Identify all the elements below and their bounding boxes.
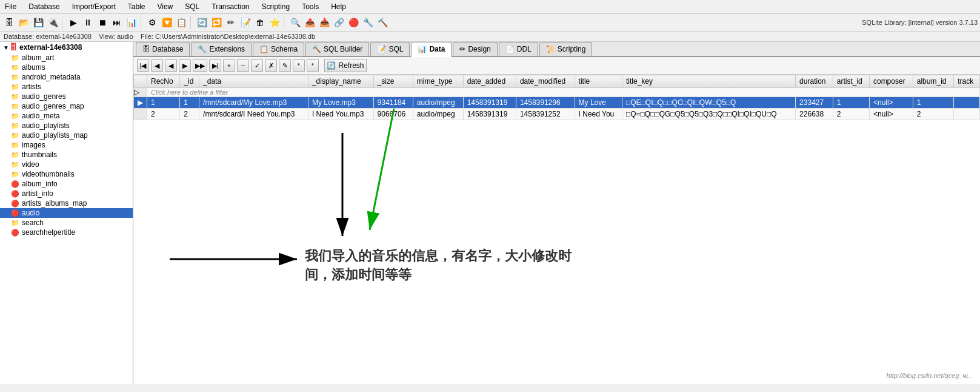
col-header-title_key[interactable]: title_key: [622, 75, 796, 88]
sidebar-item-android_metadata[interactable]: 📁android_metadata: [0, 72, 133, 82]
cell-composer[interactable]: <null>: [869, 109, 913, 120]
toolbar-btn-2[interactable]: 📂: [17, 16, 30, 29]
tab-extensions[interactable]: 🔧 Extensions: [191, 42, 252, 56]
rollback-btn[interactable]: ✗: [265, 59, 277, 72]
toolbar-btn-25[interactable]: 🔨: [376, 16, 389, 29]
del-row-btn[interactable]: −: [237, 59, 249, 72]
cell-artist_id[interactable]: 1: [833, 97, 869, 109]
expand-icon[interactable]: ▼: [2, 44, 10, 51]
sidebar-item-audio_meta[interactable]: 📁audio_meta: [0, 111, 133, 121]
cell-recno[interactable]: 2: [147, 109, 180, 120]
toolbar-btn-4[interactable]: 🔌: [46, 16, 59, 29]
toolbar-btn-22[interactable]: 🔗: [332, 16, 345, 29]
col-header-composer[interactable]: composer: [869, 75, 913, 88]
col-header-date_added[interactable]: date_added: [463, 75, 516, 88]
col-header-duration[interactable]: duration: [796, 75, 833, 88]
sidebar-item-videothumbnails[interactable]: 📁videothumbnails: [0, 169, 133, 179]
cell-duration[interactable]: 226638: [796, 109, 833, 120]
sidebar-root[interactable]: ▼ 🗄 external-14e63308: [0, 42, 133, 53]
sidebar-item-album_info[interactable]: 🔴album_info: [0, 179, 133, 189]
menu-file[interactable]: File: [2, 1, 19, 12]
menu-tools[interactable]: Tools: [299, 1, 321, 12]
data-grid-wrapper[interactable]: RecNo_id_data_display_name_sizemime_type…: [133, 75, 980, 384]
edit-btn[interactable]: ✎: [279, 59, 291, 72]
menu-sql[interactable]: SQL: [182, 1, 202, 12]
tab-sql[interactable]: 📝 SQL: [370, 42, 410, 56]
col-header-date_modified[interactable]: date_modified: [516, 75, 575, 88]
tab-ddl[interactable]: 📄 DDL: [499, 42, 538, 56]
menu-import-export[interactable]: Import/Export: [70, 1, 118, 12]
toolbar-btn-24[interactable]: 🔧: [361, 16, 375, 29]
sidebar-item-audio_playlists[interactable]: 📁audio_playlists: [0, 121, 133, 130]
cell-mime_type[interactable]: audio/mpeg: [413, 97, 463, 109]
cell-_id[interactable]: 2: [180, 109, 199, 120]
cell-album_id[interactable]: 1: [913, 97, 953, 109]
sidebar-item-search[interactable]: 📁search: [0, 218, 133, 228]
cell-album_id[interactable]: 2: [913, 109, 953, 120]
col-header-mime_type[interactable]: mime_type: [413, 75, 463, 88]
nav-next-btn[interactable]: ▶: [179, 59, 191, 72]
col-header-title[interactable]: title: [575, 75, 622, 88]
toolbar-btn-1[interactable]: 🗄: [2, 16, 16, 29]
cell-_display_name[interactable]: I Need You.mp3: [308, 109, 373, 120]
cell-date_added[interactable]: 1458391319: [463, 97, 516, 109]
col-header-artist_id[interactable]: artist_id: [833, 75, 869, 88]
toolbar-btn-19[interactable]: 🔍: [288, 16, 302, 29]
sidebar-item-artists[interactable]: 📁artists: [0, 82, 133, 92]
filter-hint-cell[interactable]: Click here to define a filter: [147, 88, 980, 97]
sidebar-item-images[interactable]: 📁images: [0, 140, 133, 150]
col-header-_display_name[interactable]: _display_name: [308, 75, 373, 88]
toolbar-btn-10[interactable]: ⚙: [145, 16, 159, 29]
toolbar-btn-20[interactable]: 📤: [303, 16, 316, 29]
nav-prev2-btn[interactable]: ◀: [165, 59, 177, 72]
toolbar-btn-16[interactable]: 📝: [239, 16, 252, 29]
sidebar-item-albums[interactable]: 📁albums: [0, 63, 133, 72]
cell-date_modified[interactable]: 1458391252: [516, 109, 575, 120]
nav-last-btn[interactable]: ▶|: [209, 59, 221, 72]
sidebar-item-searchhelpertitle[interactable]: 🔴searchhelpertitle: [0, 228, 133, 237]
toolbar-btn-17[interactable]: 🗑: [253, 16, 267, 29]
nav-prev-btn[interactable]: ◀: [151, 59, 163, 72]
cell-title_key[interactable]: □QE□QI□Q□□QC□QI□QW□Q5□Q: [622, 97, 796, 109]
nav-next2-btn[interactable]: ▶▶: [193, 59, 207, 72]
sidebar-item-audio[interactable]: 🔴audio: [0, 208, 133, 218]
menu-view[interactable]: View: [155, 1, 175, 12]
sidebar-item-audio_genres[interactable]: 📁audio_genres: [0, 92, 133, 101]
tab-database[interactable]: 🗄 Database: [136, 42, 190, 56]
menu-database[interactable]: Database: [26, 1, 62, 12]
menu-scripting[interactable]: Scripting: [259, 1, 293, 12]
cell-title[interactable]: My Love: [575, 97, 622, 109]
toolbar-btn-18[interactable]: ⭐: [268, 16, 281, 29]
menu-transaction[interactable]: Transaction: [209, 1, 252, 12]
col-header-album_id[interactable]: album_id: [913, 75, 953, 88]
col-header-_id[interactable]: _id: [180, 75, 199, 88]
refresh-button[interactable]: 🔄 Refresh: [324, 59, 367, 72]
toolbar-btn-3[interactable]: 💾: [32, 16, 45, 29]
toolbar-btn-11[interactable]: 🔽: [160, 16, 173, 29]
cell-title[interactable]: I Need You: [575, 109, 622, 120]
cell-artist_id[interactable]: 2: [833, 109, 869, 120]
asterisk2-btn[interactable]: *: [307, 59, 319, 72]
toolbar-btn-9[interactable]: 📊: [125, 16, 138, 29]
cell-composer[interactable]: <null>: [869, 97, 913, 109]
toolbar-btn-5[interactable]: ▶: [67, 16, 80, 29]
toolbar-btn-6[interactable]: ⏸: [81, 16, 95, 29]
toolbar-btn-8[interactable]: ⏭: [110, 16, 124, 29]
menu-table[interactable]: Table: [125, 1, 148, 12]
col-header-_data[interactable]: _data: [199, 75, 308, 88]
cell-mime_type[interactable]: audio/mpeg: [413, 109, 463, 120]
col-header-track[interactable]: track: [954, 75, 980, 88]
toolbar-btn-7[interactable]: ⏹: [96, 16, 109, 29]
sidebar-item-audio_genres_map[interactable]: 📁audio_genres_map: [0, 101, 133, 111]
tab-data[interactable]: 📊 Data: [411, 42, 452, 57]
tab-scripting[interactable]: 📜 Scripting: [539, 42, 593, 56]
col-header-RecNo[interactable]: RecNo: [147, 75, 180, 88]
cell-title_key[interactable]: □Q=□Q□□QG□Q5□Q5□Q3□Q□□QI□QI□QU□Q: [622, 109, 796, 120]
commit-btn[interactable]: ✓: [251, 59, 263, 72]
cell-date_modified[interactable]: 1458391296: [516, 97, 575, 109]
col-header-_size[interactable]: _size: [373, 75, 413, 88]
cell-_size[interactable]: 9341184: [373, 97, 413, 109]
sidebar-item-video[interactable]: 📁video: [0, 160, 133, 169]
sidebar-item-album_art[interactable]: 📁album_art: [0, 53, 133, 63]
cell-_size[interactable]: 9066706: [373, 109, 413, 120]
